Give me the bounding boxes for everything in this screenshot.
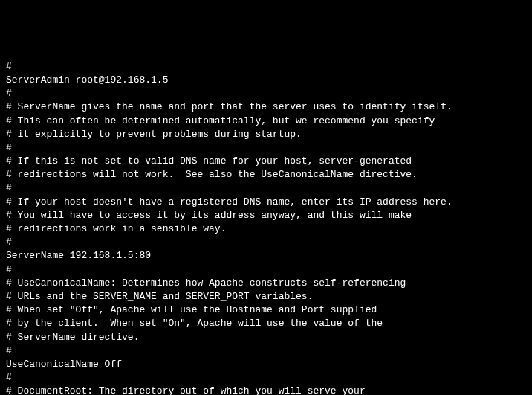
config-line: # [6, 141, 526, 155]
config-line: # This can often be determined automatic… [6, 115, 526, 128]
config-line: # [6, 371, 526, 385]
config-line: # [6, 236, 526, 249]
config-line: # redirections will not work. See also t… [6, 168, 526, 182]
config-line: # [6, 263, 526, 277]
config-line: # by the client. When set "On", Apache w… [6, 317, 526, 330]
config-line: # [6, 60, 526, 74]
config-line: ServerAdmin root@192.168.1.5 [6, 74, 526, 87]
config-line: UseCanonicalName Off [6, 358, 526, 371]
config-line: # You will have to access it by its addr… [6, 209, 526, 222]
config-line: # UseCanonicalName: Determines how Apach… [6, 277, 526, 290]
config-line: # URLs and the SERVER_NAME and SERVER_PO… [6, 290, 526, 304]
config-line: # redirections work in a sensible way. [6, 222, 526, 236]
terminal-output: #ServerAdmin root@192.168.1.5## ServerNa… [6, 60, 526, 395]
config-line: # [6, 182, 526, 195]
config-line: # it explicitly to prevent problems duri… [6, 128, 526, 141]
config-line: # [6, 344, 526, 358]
config-line: # ServerName directive. [6, 331, 526, 344]
config-line: # DocumentRoot: The directory out of whi… [6, 385, 526, 395]
config-line: # If your host doesn't have a registered… [6, 196, 526, 209]
config-line: ServerName 192.168.1.5:80 [6, 249, 526, 263]
config-line: # ServerName gives the name and port tha… [6, 100, 526, 114]
config-line: # If this is not set to valid DNS name f… [6, 155, 526, 168]
config-line: # [6, 87, 526, 100]
config-line: # When set "Off", Apache will use the Ho… [6, 304, 526, 317]
